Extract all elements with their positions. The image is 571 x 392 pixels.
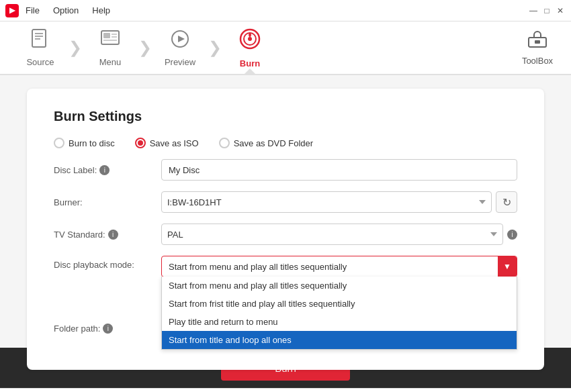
playback-option-3[interactable]: Start from title and loop all ones bbox=[162, 331, 517, 349]
radio-burn-disc-circle bbox=[54, 138, 64, 148]
burner-select[interactable]: I:BW-16D1HT bbox=[161, 191, 492, 213]
playback-option-1[interactable]: Start from frist title and play all titl… bbox=[162, 295, 517, 313]
svg-rect-15 bbox=[535, 40, 540, 44]
toolbox-icon bbox=[527, 30, 547, 53]
menu-bar: File Option Help bbox=[23, 4, 113, 17]
burner-controls: I:BW-16D1HT ↻ bbox=[161, 191, 517, 213]
tv-standard-select[interactable]: PAL NTSC bbox=[161, 224, 503, 245]
source-icon bbox=[30, 28, 51, 54]
menu-label: Menu bbox=[99, 57, 122, 67]
playback-selected-text: Start from menu and play all titles sequ… bbox=[162, 262, 498, 272]
burn-settings-panel: Burn Settings Burn to disc Save as ISO S… bbox=[27, 89, 544, 370]
playback-wrapper: Start from menu and play all titles sequ… bbox=[161, 256, 517, 277]
menu-icon bbox=[99, 28, 121, 54]
radio-save-dvd-label: Save as DVD Folder bbox=[234, 138, 314, 148]
minimize-button[interactable]: — bbox=[528, 5, 539, 16]
title-bar: ▶ File Option Help — □ ✕ bbox=[0, 0, 571, 21]
folder-path-info-icon[interactable]: i bbox=[103, 324, 113, 334]
burn-settings-title: Burn Settings bbox=[54, 109, 517, 124]
tv-standard-label: TV Standard: i bbox=[54, 230, 161, 240]
nav-arrow-2: ❯ bbox=[138, 38, 152, 57]
maximize-button[interactable]: □ bbox=[541, 5, 552, 16]
nav-arrow-1: ❯ bbox=[69, 38, 82, 57]
burn-label: Burn bbox=[240, 58, 260, 68]
playback-dropdown: Start from menu and play all titles sequ… bbox=[161, 277, 517, 350]
nav-burn[interactable]: Burn bbox=[216, 21, 283, 74]
status-bar: 95M/4.30G DVD (4.7G) ▾ High Quali ▾ bbox=[0, 388, 571, 392]
burn-icon bbox=[238, 27, 262, 56]
radio-burn-disc[interactable]: Burn to disc bbox=[54, 138, 115, 148]
nav-toolbox[interactable]: ToolBox bbox=[511, 21, 564, 74]
nav-menu[interactable]: Menu bbox=[77, 21, 144, 74]
menu-help[interactable]: Help bbox=[89, 4, 113, 17]
menu-file[interactable]: File bbox=[23, 4, 42, 17]
preview-label: Preview bbox=[165, 57, 195, 67]
playback-select[interactable]: Start from menu and play all titles sequ… bbox=[161, 256, 517, 277]
tv-standard-controls: PAL NTSC i bbox=[161, 224, 517, 245]
radio-save-dvd[interactable]: Save as DVD Folder bbox=[219, 138, 314, 148]
refresh-burner-button[interactable]: ↻ bbox=[496, 191, 517, 213]
tv-standard-row: TV Standard: i PAL NTSC i bbox=[54, 224, 517, 245]
radio-save-iso-circle bbox=[135, 138, 146, 148]
playback-option-0[interactable]: Start from menu and play all titles sequ… bbox=[162, 277, 517, 295]
radio-save-dvd-circle bbox=[219, 138, 230, 148]
burner-row: Burner: I:BW-16D1HT ↻ bbox=[54, 191, 517, 213]
burn-radio-group: Burn to disc Save as ISO Save as DVD Fol… bbox=[54, 138, 313, 148]
app-logo: ▶ bbox=[5, 4, 19, 17]
close-button[interactable]: ✕ bbox=[555, 5, 566, 16]
source-label: Source bbox=[26, 57, 54, 67]
tv-standard-info2-icon[interactable]: i bbox=[507, 230, 517, 240]
nav-arrow-3: ❯ bbox=[208, 38, 222, 57]
window-controls: — □ ✕ bbox=[528, 5, 566, 16]
main-content: Burn Settings Burn to disc Save as ISO S… bbox=[0, 75, 571, 348]
preview-icon bbox=[169, 28, 191, 54]
playback-option-2[interactable]: Play title and return to menu bbox=[162, 313, 517, 331]
playback-row: Disc playback mode: Start from menu and … bbox=[54, 256, 517, 277]
nav-source[interactable]: Source bbox=[7, 21, 74, 74]
disc-label-info-icon[interactable]: i bbox=[99, 165, 109, 175]
tv-standard-info-icon[interactable]: i bbox=[108, 230, 118, 240]
playback-dropdown-arrow[interactable]: ▼ bbox=[498, 256, 517, 277]
svg-rect-0 bbox=[32, 30, 46, 47]
svg-marker-10 bbox=[178, 36, 185, 42]
folder-path-label: Folder path: i bbox=[54, 324, 161, 334]
burner-label: Burner: bbox=[54, 197, 161, 207]
radio-save-iso[interactable]: Save as ISO bbox=[135, 138, 199, 148]
disc-label-label: Disc Label: i bbox=[54, 165, 161, 175]
disc-label-input[interactable] bbox=[161, 159, 517, 181]
playback-label: Disc playback mode: bbox=[54, 256, 161, 270]
radio-save-iso-label: Save as ISO bbox=[150, 138, 199, 148]
nav-preview[interactable]: Preview bbox=[146, 21, 214, 74]
radio-burn-disc-label: Burn to disc bbox=[69, 138, 115, 148]
toolbox-label: ToolBox bbox=[522, 56, 553, 66]
svg-rect-5 bbox=[103, 33, 110, 38]
menu-option[interactable]: Option bbox=[50, 4, 81, 17]
nav-bar: Source ❯ Menu ❯ Preview ❯ bbox=[0, 21, 571, 75]
burn-options-row: Burn to disc Save as ISO Save as DVD Fol… bbox=[54, 138, 517, 148]
disc-label-row: Disc Label: i bbox=[54, 159, 517, 181]
